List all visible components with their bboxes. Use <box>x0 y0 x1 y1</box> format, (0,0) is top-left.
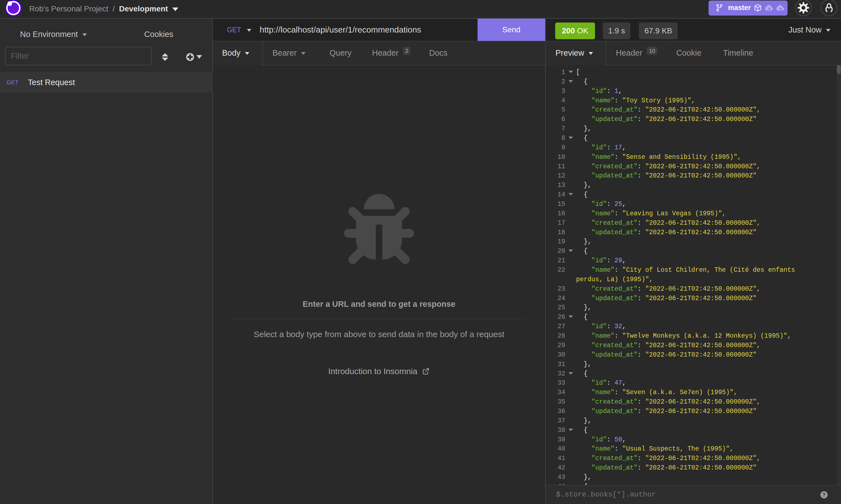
svg-text:?: ? <box>823 492 826 498</box>
